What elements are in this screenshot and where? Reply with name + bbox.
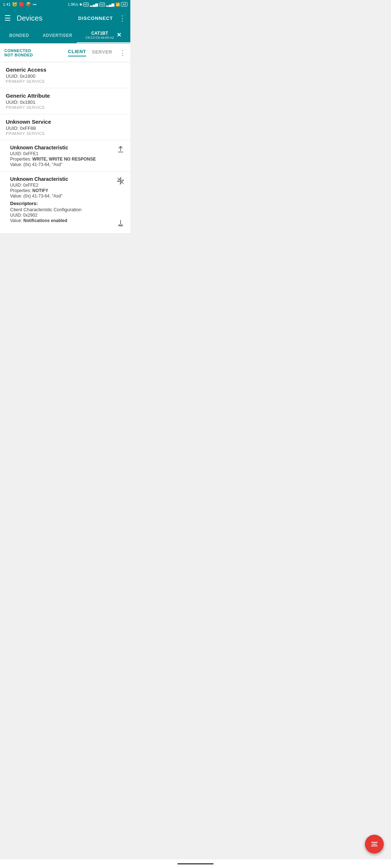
tab-client[interactable]: CLIENT — [68, 49, 86, 56]
char-value-ffe1: Value: (0x) 41-73-64, "Asd" — [10, 162, 114, 167]
char-props-ffe2: Properties: NOTIFY — [10, 188, 111, 193]
descriptors-label: Descriptors: — [10, 201, 111, 206]
download-icon[interactable] — [117, 219, 125, 229]
descriptor-section: Descriptors: Client Characteristic Confi… — [10, 199, 111, 223]
network-speed: 1.9K/s — [68, 3, 78, 7]
conn-status-connected: CONNECTED — [4, 48, 68, 53]
conn-status-bonded: NOT BONDED — [4, 53, 68, 57]
char-uuid-ffe2: UUID: 0xFFE2 — [10, 183, 111, 188]
char-uuid-ffe1: UUID: 0xFFE1 — [10, 151, 114, 156]
tab-bonded-label: BONDED — [9, 33, 29, 38]
service-unknown: Unknown Service UUID: 0xFF88 PRIMARY SER… — [0, 114, 130, 140]
service-type-generic-attribute: PRIMARY SERVICE — [6, 105, 125, 110]
tab-cat1bt-close[interactable]: ✕ — [117, 31, 121, 38]
descriptor-value-ccc: Value: Notifications enabled — [10, 218, 111, 223]
battery-level: 44 — [122, 3, 126, 6]
service-type-unknown: PRIMARY SERVICE — [6, 131, 125, 136]
conn-tabs-row: CONNECTED NOT BONDED CLIENT SERVER ⋮ — [0, 43, 130, 62]
notification-icon: 🐱 — [12, 2, 17, 7]
time: 1:41 — [3, 2, 10, 7]
services-list: Generic Access UUID: 0x1800 PRIMARY SERV… — [0, 62, 130, 234]
tab-advertiser-label: ADVERTISER — [43, 33, 72, 38]
more-options-icon[interactable]: ⋮ — [119, 14, 126, 22]
notification-icon2: 🔴 — [19, 2, 24, 7]
service-uuid-unknown: UUID: 0xFF88 — [6, 125, 125, 131]
descriptor-name-ccc: Client Characteristic Configuration — [10, 207, 111, 212]
app-title: Devices — [17, 14, 78, 22]
connection-status: CONNECTED NOT BONDED — [4, 48, 68, 57]
hd-badge: HD — [83, 3, 89, 7]
menu-icon[interactable]: ☰ — [4, 14, 11, 22]
tab-cat1bt[interactable]: CAT1BT C8:C2:C6:44:65:A2 ✕ — [77, 27, 130, 43]
service-type-generic-access: PRIMARY SERVICE — [6, 79, 125, 84]
tab-advertiser[interactable]: ADVERTISER — [38, 27, 77, 43]
service-name-generic-access: Generic Access — [6, 67, 125, 73]
descriptor-uuid-ccc: UUID: 0x2902 — [10, 213, 111, 218]
char-value-ffe2: Value: (0x) 41-73-64, "Asd" — [10, 193, 111, 199]
status-left: 1:41 🐱 🔴 📦 ••• — [3, 2, 37, 7]
tab-bonded[interactable]: BONDED — [0, 27, 38, 43]
wifi-icon: 📶 — [115, 3, 120, 7]
bottom-gray-area — [0, 234, 130, 306]
bluetooth-icon: ✱ — [79, 3, 82, 7]
inner-tabs: CLIENT SERVER ⋮ — [68, 49, 126, 57]
disconnect-button[interactable]: DISCONNECT — [78, 16, 113, 21]
char-name-ffe1: Unknown Characteristic — [10, 145, 114, 150]
char-name-ffe2: Unknown Characteristic — [10, 176, 111, 182]
more-icon: ••• — [33, 3, 37, 7]
char-props-ffe1: Properties: WRITE, WRITE NO RESPONSE — [10, 157, 114, 162]
app-bar: ☰ Devices DISCONNECT ⋮ — [0, 9, 130, 27]
characteristic-ffe2: Unknown Characteristic UUID: 0xFFE2 Prop… — [0, 172, 130, 234]
device-tabs: BONDED ADVERTISER CAT1BT C8:C2:C6:44:65:… — [0, 27, 130, 43]
service-generic-access: Generic Access UUID: 0x1800 PRIMARY SERV… — [0, 62, 130, 88]
service-uuid-generic-access: UUID: 0x1800 — [6, 73, 125, 79]
service-name-unknown: Unknown Service — [6, 119, 125, 125]
status-bar: 1:41 🐱 🔴 📦 ••• 1.9K/s ✱ HD ▂▄▆ HD ▂▄▆ 📶 … — [0, 0, 130, 9]
service-uuid-generic-attribute: UUID: 0x1801 — [6, 99, 125, 105]
notification-icon3: 📦 — [26, 2, 31, 7]
battery-icon: 44 — [121, 2, 127, 7]
tab-cat1bt-name: CAT1BT — [91, 31, 108, 36]
service-name-generic-attribute: Generic Attribute — [6, 93, 125, 99]
status-right: 1.9K/s ✱ HD ▂▄▆ HD ▂▄▆ 📶 44 — [68, 2, 127, 7]
upload-icon[interactable] — [117, 145, 125, 155]
signal-icon: ▂▄▆ — [90, 3, 98, 7]
signal-icon2: ▂▄▆ — [106, 3, 114, 7]
inner-tabs-more-icon[interactable]: ⋮ — [119, 49, 126, 57]
tab-cat1bt-mac: C8:C2:C6:44:65:A2 — [85, 36, 114, 39]
characteristic-ffe1: Unknown Characteristic UUID: 0xFFE1 Prop… — [0, 140, 130, 172]
hd-badge2: HD — [99, 3, 105, 7]
notify-icon[interactable] — [117, 177, 125, 187]
service-generic-attribute: Generic Attribute UUID: 0x1801 PRIMARY S… — [0, 88, 130, 114]
tab-server[interactable]: SERVER — [92, 49, 112, 56]
